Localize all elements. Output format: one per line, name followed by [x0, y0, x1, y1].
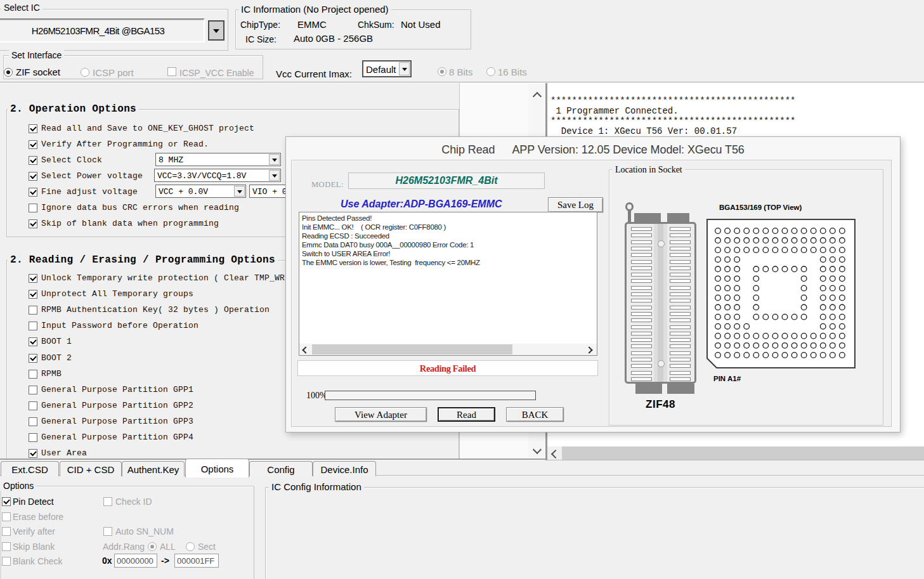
blank-check-label: Blank Check [13, 556, 63, 566]
option-checkbox[interactable] [29, 306, 37, 315]
scroll-up-icon[interactable] [533, 92, 542, 101]
option-combo-value: VCC=3.3V/VCCQ=1.8V [157, 171, 246, 180]
zif-socket-label[interactable]: ZIF socket [16, 67, 60, 77]
erase-before-label: Erase before [13, 512, 63, 522]
option-combo[interactable]: 8 MHZ [155, 153, 281, 166]
option-checkbox[interactable] [29, 370, 37, 379]
option-combo[interactable]: VCC=3.3V/VCCQ=1.8V [154, 169, 281, 182]
read-button[interactable]: Read [438, 407, 495, 422]
option-checkbox[interactable] [29, 274, 37, 283]
scroll-left-icon[interactable] [551, 450, 560, 459]
chksum-label: ChkSum: [358, 20, 394, 30]
option-checkbox[interactable] [29, 433, 37, 442]
zif-pin-slot [631, 266, 652, 270]
option-label: Read all and Save to ONE_KEY_GHOST proje… [41, 124, 254, 133]
option-label: Skip of blank data when programming [41, 219, 219, 228]
selected-ic-value: H26M52103FMR_4Bit @BGA153 [0, 25, 204, 36]
zif-pin-slot [670, 344, 691, 348]
option-checkbox[interactable] [29, 124, 37, 133]
tab-ext-csd[interactable]: Ext.CSD [1, 461, 59, 476]
tab-device-info[interactable]: Device.Info [313, 461, 376, 476]
dialog-log-line: The EMMC version is lower, Testing frequ… [302, 259, 480, 268]
dialog-title: Chip ReadAPP Version: 12.05 Device Model… [286, 143, 900, 157]
option-checkbox[interactable] [29, 449, 37, 458]
zif-pin-slot [670, 325, 691, 329]
option-row: Read all and Save to ONE_KEY_GHOST proje… [0, 124, 459, 133]
device-log-hscrollbar[interactable] [547, 446, 924, 460]
tab-cid-csd[interactable]: CID + CSD [60, 461, 122, 476]
option-row: General Purpose Partition GPP4 [0, 433, 459, 442]
addr-from-field[interactable]: 00000000 [114, 554, 157, 568]
icsp-port-label: ICSP port [93, 67, 134, 78]
dialog-hscroll-thumb[interactable] [312, 344, 512, 355]
hscroll-thumb[interactable] [562, 446, 924, 460]
selected-ic-field[interactable]: H26M52103FMR_4Bit @BGA153 [0, 18, 205, 42]
option-checkbox[interactable] [29, 386, 37, 394]
option-checkbox[interactable] [29, 188, 37, 197]
option-label: RPMB [41, 370, 62, 379]
option-combo[interactable]: VCC + 0.0V [155, 185, 246, 198]
addr-to-field[interactable]: 000001FF [174, 554, 219, 568]
option-checkbox[interactable] [29, 156, 37, 165]
option-checkbox[interactable] [29, 337, 37, 346]
zif-pin-slot [631, 273, 652, 276]
zif-pin-slot [670, 332, 691, 335]
select-ic-group-label: Select IC [1, 3, 42, 13]
select-ic-dropdown-button[interactable] [208, 20, 224, 41]
dialog-log-line: Pins Detected Passed! [302, 214, 480, 223]
zif-pin-slot [670, 318, 691, 322]
scroll-down-icon[interactable] [533, 445, 542, 454]
dialog-log-hscrollbar[interactable] [299, 344, 597, 355]
dialog-log-box[interactable]: Pins Detected Passed!Init EMMC... OK! ( … [299, 212, 597, 356]
option-combo-arrow[interactable] [234, 186, 245, 197]
view-adapter-button[interactable]: View Adapter [335, 407, 427, 422]
option-checkbox[interactable] [29, 401, 37, 410]
addr-sect-radio [186, 542, 195, 551]
zif-pin-slot [670, 364, 691, 368]
option-combo-value: VCC + 0.0V [159, 186, 208, 196]
zif-socket-radio[interactable] [4, 68, 13, 77]
tab-config[interactable]: Config [249, 461, 313, 476]
erase-before-checkbox [2, 512, 11, 521]
bottom-options-group-label: Options [1, 481, 36, 491]
chip-type-label: ChipType: [240, 20, 280, 30]
save-log-button[interactable]: Save Log [548, 197, 603, 212]
option-checkbox[interactable] [29, 204, 37, 212]
option-checkbox[interactable] [29, 290, 37, 299]
vcc-imax-combo-arrow[interactable] [399, 62, 410, 75]
check-id-label: Check ID [115, 497, 152, 507]
back-button[interactable]: BACK [506, 407, 564, 422]
option-combo-arrow[interactable] [269, 170, 280, 181]
zif-pin-slot [631, 332, 652, 335]
option-label: General Purpose Partition GPP1 [41, 386, 193, 394]
bits8-radio [438, 67, 446, 76]
left-panel-bottom-border [0, 459, 547, 460]
tab-authent-key[interactable]: Authent.Key [122, 461, 185, 476]
addr-range-label: Addr.Rang [103, 542, 145, 552]
save-log-button-label: Save Log [549, 200, 602, 211]
addr-from-value: 00000000 [117, 556, 153, 566]
tab-options[interactable]: Options [185, 459, 249, 478]
dialog-scroll-left-icon[interactable] [302, 346, 309, 353]
zif-pin-slot [670, 240, 691, 244]
chksum-value: Not Used [401, 19, 441, 30]
option-checkbox[interactable] [29, 354, 37, 363]
option-combo-arrow[interactable] [269, 154, 280, 165]
option-label: Fine adjust voltage [41, 188, 138, 197]
dialog-scroll-right-icon[interactable] [585, 346, 592, 353]
option-checkbox[interactable] [29, 417, 37, 426]
zif-pin-slot [670, 358, 691, 361]
progress-label: 100% [306, 391, 327, 401]
verify-after-label: Verify after [13, 526, 55, 537]
option-checkbox[interactable] [29, 219, 37, 228]
tab-label: Config [250, 464, 312, 474]
option-checkbox[interactable] [29, 172, 37, 181]
option-checkbox[interactable] [29, 322, 37, 330]
zif-channel-hole-top [658, 240, 665, 247]
zif-pin-slot [670, 233, 691, 237]
option-label: Verify After Programming or Read. [41, 140, 209, 149]
vcc-imax-combo[interactable]: Default [362, 60, 412, 77]
option-checkbox[interactable] [29, 140, 37, 149]
option-label: General Purpose Partition GPP3 [41, 417, 193, 426]
pin-detect-checkbox[interactable] [2, 497, 11, 506]
